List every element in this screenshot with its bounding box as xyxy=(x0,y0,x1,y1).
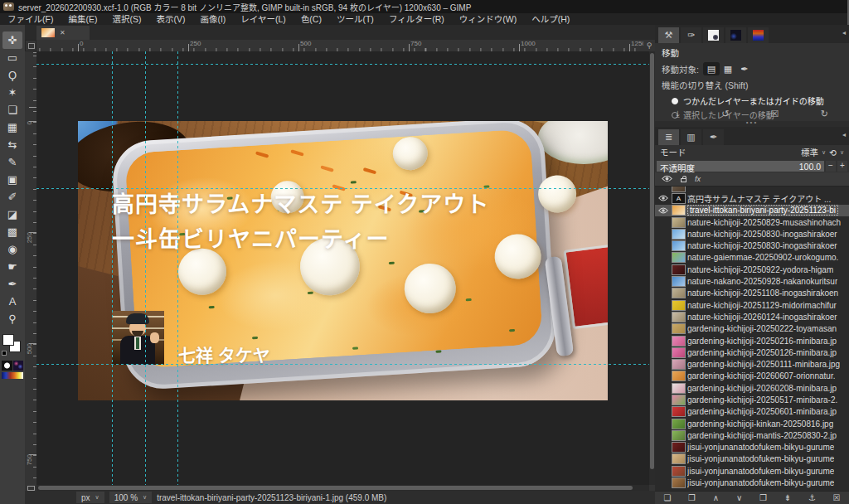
delete-preset-button[interactable]: ☒ xyxy=(771,109,779,119)
image-tab[interactable]: ✕ xyxy=(36,26,90,40)
dock-tab-tool-options[interactable]: ⚒ xyxy=(658,27,679,43)
lower-layer-button[interactable]: ∨ xyxy=(736,493,742,502)
tool-free-select[interactable]: Ϙ xyxy=(2,66,22,84)
opacity-slider[interactable]: 不透明度 100.0 xyxy=(657,161,824,172)
anchor-layer-button[interactable]: ⚓ xyxy=(808,493,816,502)
layer-row-17[interactable]: gardening-kichijoji-20260208-minibara.jp xyxy=(655,382,849,394)
layer-row-23[interactable]: jisui-yonjunanatodofukem-bikyu-gurume xyxy=(655,453,849,465)
menu-item-10[interactable]: ヘルプ(H) xyxy=(524,13,577,25)
tool-airbrush[interactable]: ▩ xyxy=(2,223,22,240)
image-layer-biriyani-photo[interactable]: 高円寺サラムナマステ テイクアウト 一斗缶ビリヤニパーティー 七祥 タケヤ xyxy=(78,121,608,400)
layer-row-2[interactable]: travel-ittokan-biriyani-party-20251123-b… xyxy=(655,205,849,216)
ruler-origin-button[interactable] xyxy=(25,40,36,51)
horizontal-guide[interactable] xyxy=(36,364,649,365)
tool-smudge[interactable]: ☛ xyxy=(2,258,22,275)
horizontal-ruler[interactable]: 025050075010001250 xyxy=(36,40,649,51)
mode-dropdown[interactable]: 標準 ∨ xyxy=(801,146,826,158)
layer-row-12[interactable]: gardening-kichijoji-20250222-toyamasan xyxy=(655,323,849,335)
tool-eraser[interactable]: ◪ xyxy=(2,206,22,223)
opacity-increase-button[interactable]: + xyxy=(837,161,847,172)
unit-select[interactable]: px ∨ xyxy=(76,492,104,503)
foreground-color-swatch[interactable] xyxy=(2,334,14,346)
dock-tab-patterns[interactable] xyxy=(725,27,746,43)
dock-tab-brushes[interactable] xyxy=(703,27,724,43)
tool-fuzzy-select[interactable]: ✶ xyxy=(2,84,22,101)
layer-row-15[interactable]: gardening-kichijoji-20250111-minibara.jp… xyxy=(655,358,849,370)
active-pattern-preview[interactable] xyxy=(13,361,23,371)
zoom-follow-window-icon[interactable]: ⚲ xyxy=(643,40,655,51)
title-bar[interactable]: server_202602200930.xcf-1.0 (RGB カラー 8 b… xyxy=(0,0,847,13)
layer-row-16[interactable]: gardening-kichijoji-20260607-orionnatur. xyxy=(655,371,849,382)
tool-rectangle-select[interactable]: ▭ xyxy=(2,49,22,66)
menu-item-7[interactable]: ツール(T) xyxy=(329,13,381,25)
restore-preset-button[interactable]: ↺ xyxy=(721,109,729,119)
close-image-icon[interactable]: ✕ xyxy=(60,29,65,36)
horizontal-guide[interactable] xyxy=(36,64,649,65)
layer-row-5[interactable]: nature-kichijoji-20250830-inogashirakoer xyxy=(655,240,849,251)
navigation-button[interactable] xyxy=(649,485,655,491)
layer-row-10[interactable]: nature-kichijoji-20251129-midorimachifur xyxy=(655,299,849,311)
mode-switch-button[interactable]: ⟲ xyxy=(829,148,837,158)
menu-item-9[interactable]: ウィンドウ(W) xyxy=(452,13,524,25)
target-selection-button[interactable]: ▦ xyxy=(720,62,736,75)
dock-tab-device-status[interactable]: ✑ xyxy=(681,27,701,43)
active-brush-preview[interactable] xyxy=(2,361,12,371)
default-colors-icon[interactable] xyxy=(2,351,7,356)
layer-row-3[interactable]: nature-kichijoji-20250829-musashinohach xyxy=(655,216,849,228)
menu-item-2[interactable]: 選択(S) xyxy=(104,13,148,25)
tool-pencil[interactable]: ✎ xyxy=(2,153,22,171)
vertical-guide[interactable] xyxy=(112,51,113,485)
tool-paths[interactable]: ✒ xyxy=(2,275,22,293)
delete-layer-button[interactable]: ☒ xyxy=(833,493,841,502)
vertical-scrollbar[interactable] xyxy=(649,51,655,485)
color-swatches[interactable] xyxy=(2,334,23,359)
tool-move[interactable]: ✜ xyxy=(2,32,22,49)
save-preset-button[interactable]: ⤓ xyxy=(676,109,680,119)
dock-tab-gradients[interactable] xyxy=(748,27,769,43)
layer-row-11[interactable]: nature-kichijoji-20260124-inogashirakoer xyxy=(655,311,849,322)
horizontal-scrollbar[interactable] xyxy=(36,485,649,491)
tool-paintbrush[interactable]: ✐ xyxy=(2,188,22,206)
tool-transform[interactable]: ▦ xyxy=(2,119,22,136)
active-gradient-preview[interactable] xyxy=(2,372,23,379)
horizontal-guide[interactable] xyxy=(36,188,649,189)
effects-fx-icon[interactable]: fx xyxy=(695,175,701,183)
layer-row-24[interactable]: jisui-yonjunanatodofukem-bikyu-gurume xyxy=(655,465,849,477)
duplicate-layer-button[interactable]: ❐ xyxy=(759,493,767,502)
layer-row-20[interactable]: gardening-kichijoji-kinkan-20250816.jpg xyxy=(655,418,849,429)
lock-icon[interactable] xyxy=(681,178,686,182)
layer-visible-eye-icon[interactable] xyxy=(657,207,670,214)
dock-resize-handle[interactable]: ••• xyxy=(655,121,849,127)
menu-item-8[interactable]: フィルター(R) xyxy=(381,13,452,25)
layer-row-22[interactable]: jisui-yonjunanatodofukem-bikyu-gurume xyxy=(655,442,849,453)
layer-row-18[interactable]: gardening-kichijoji-20250517-minibara-2. xyxy=(655,394,849,405)
layer-row-8[interactable]: nature-nakano-20250928-nakanokuritsur xyxy=(655,275,849,287)
layer-row-25[interactable]: jisui-yonjunanatodofukem-bikyu-gurume xyxy=(655,477,849,488)
menu-item-6[interactable]: 色(C) xyxy=(294,13,329,25)
radio-option-0[interactable]: つかんだレイヤーまたはガイドの移動 xyxy=(672,94,842,107)
layer-row-7[interactable]: nature-kichijoji-20250922-yodora-higam xyxy=(655,264,849,275)
tool-zoom[interactable]: ⚲ xyxy=(2,310,22,327)
zoom-select[interactable]: 100 % ∨ xyxy=(109,492,152,503)
target-layer-button[interactable]: ▤ xyxy=(703,62,720,75)
dock-menu-button[interactable]: ◂ xyxy=(842,29,846,36)
tool-warp-transform[interactable]: ⇆ xyxy=(2,136,22,153)
layer-row-19[interactable]: gardening-kichijoji-20250601-minibara.jp xyxy=(655,406,849,418)
vertical-scrollbar-thumb[interactable] xyxy=(650,53,654,469)
menu-item-5[interactable]: レイヤー(L) xyxy=(233,13,294,25)
tool-clone[interactable]: ▣ xyxy=(2,171,22,188)
target-path-button[interactable]: ✒ xyxy=(736,62,753,75)
horizontal-scrollbar-thumb[interactable] xyxy=(38,486,633,490)
layer-row-13[interactable]: gardening-kichijoji-20250216-minibara.jp xyxy=(655,335,849,346)
tool-text[interactable]: A xyxy=(2,293,22,310)
menu-item-0[interactable]: ファイル(F) xyxy=(0,13,61,25)
menu-item-3[interactable]: 表示(V) xyxy=(148,13,192,25)
quick-mask-toggle[interactable] xyxy=(25,485,36,491)
layer-row-1[interactable]: A高円寺サラムナマステ テイクアウト ... xyxy=(655,192,849,204)
dock-tab-paths[interactable]: ✒ xyxy=(703,129,724,145)
canvas-viewport[interactable]: 高円寺サラムナマステ テイクアウト 一斗缶ビリヤニパーティー 七祥 タケヤ xyxy=(36,51,649,485)
dock-tab-channels[interactable]: ▥ xyxy=(681,129,701,145)
vertical-guide[interactable] xyxy=(177,51,178,485)
layer-row-6[interactable]: nature-gaiemmae-20250902-urokogumo. xyxy=(655,252,849,264)
visibility-column-eye-icon[interactable] xyxy=(662,174,672,184)
